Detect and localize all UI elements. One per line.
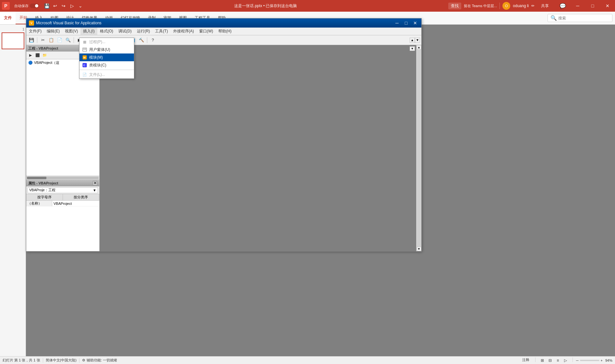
- tab-file[interactable]: 文件: [0, 12, 16, 24]
- vba-props-tab2-label: 按分类序: [74, 195, 88, 200]
- vba-menu-edit[interactable]: 编辑(E): [44, 28, 62, 35]
- zoom-out-button[interactable]: ─: [576, 358, 579, 362]
- zoom-level[interactable]: 94%: [605, 358, 612, 362]
- undo-icon[interactable]: ↩: [51, 2, 59, 10]
- vba-menu-addins[interactable]: 外接程序(A): [171, 28, 197, 35]
- slide-number-label: 1: [1, 27, 24, 31]
- search-input[interactable]: [558, 16, 609, 20]
- vba-expand-button[interactable]: ▼: [410, 46, 415, 51]
- slide-thumbnail-1[interactable]: [2, 32, 24, 49]
- find-label[interactable]: 查找: [448, 3, 461, 9]
- vba-props-tab1-label: 按字母序: [37, 195, 52, 200]
- autosave-toggle[interactable]: [30, 4, 39, 8]
- svg-rect-3: [85, 49, 86, 50]
- save-icon[interactable]: 💾: [43, 2, 51, 10]
- customize-icon[interactable]: ⌄: [77, 2, 84, 10]
- vba-tool-find[interactable]: 🔍: [64, 37, 72, 44]
- vba-props-tab-alphabetical[interactable]: 按字母序: [26, 194, 63, 200]
- ppt-comment-icon[interactable]: 💬: [555, 0, 570, 12]
- vba-titlebar: V Microsoft Visual Basic for Application…: [26, 18, 421, 28]
- vba-prop-row-name: （名称） VBAProject: [26, 201, 99, 206]
- vba-project-btn1[interactable]: ▶: [27, 53, 34, 58]
- vba-tool-toolbox[interactable]: 🔨: [138, 37, 145, 44]
- pen-icon[interactable]: ✏: [531, 4, 535, 8]
- vba-restore-button[interactable]: □: [403, 20, 410, 26]
- ppt-autosave: 自动保存: [12, 4, 42, 8]
- toolbar-sep-1: [37, 37, 37, 43]
- vba-menu-tools[interactable]: 工具(T): [152, 28, 170, 35]
- vba-menu-insert[interactable]: 插入(I): [80, 28, 97, 35]
- vba-tool-save[interactable]: 💾: [28, 37, 35, 44]
- vba-props-title: 属性 - VBAProject: [28, 181, 58, 186]
- zoom-control: ─ + 94%: [576, 358, 612, 363]
- vba-menu-view[interactable]: 视图(V): [62, 28, 80, 35]
- file-icon: 📄: [82, 72, 87, 77]
- svg-text:M: M: [83, 56, 86, 59]
- insert-menu-separator: [79, 70, 134, 70]
- vba-menu-help[interactable]: 帮助(H): [216, 28, 234, 35]
- slideshow-button[interactable]: ▷: [562, 358, 569, 363]
- user-avatar[interactable]: O: [502, 2, 510, 10]
- reading-view-button[interactable]: ≡: [554, 358, 561, 363]
- ppt-window-title: 这是一张话.pptx • 已保存到这台电脑: [86, 3, 446, 9]
- insert-menu-module[interactable]: M 模块(M): [79, 53, 134, 61]
- insert-menu-classmodule[interactable]: C 类模块(C): [79, 61, 134, 69]
- vba-close-button[interactable]: ✕: [412, 20, 419, 26]
- toolbar-scroll-down[interactable]: ▼: [415, 38, 420, 43]
- vba-props-tabs: 按字母序 按分类序: [26, 194, 99, 201]
- module-icon: M: [82, 55, 87, 60]
- vba-menu-file[interactable]: 文件(F): [26, 28, 44, 35]
- vba-props-tab-categorized[interactable]: 按分类序: [63, 194, 100, 200]
- insert-menu-file: 📄 文件(L)...: [79, 71, 134, 78]
- vba-props-dropdown[interactable]: VBAProje：工程 ▼: [28, 187, 98, 193]
- vba-tool-paste[interactable]: 📄: [56, 37, 64, 44]
- insert-menu-userform[interactable]: 用户窗体(U): [79, 46, 134, 53]
- vba-props-content: （名称） VBAProject: [26, 201, 99, 251]
- vba-project-btn3[interactable]: 📁: [42, 53, 48, 58]
- ppt-logo-icon: P: [2, 2, 10, 10]
- vba-project-btn2[interactable]: ⬛: [34, 53, 41, 58]
- procedure-icon: ▦: [82, 39, 87, 44]
- slide-sorter-button[interactable]: ⊟: [547, 358, 554, 363]
- vba-tool-cut[interactable]: ✂: [39, 37, 47, 44]
- vba-scroll-up[interactable]: ▲: [417, 45, 421, 50]
- present-icon[interactable]: ▷: [68, 2, 76, 10]
- toolbar-scroll-up[interactable]: ▲: [410, 38, 415, 43]
- userform-icon: [82, 47, 87, 52]
- vba-title: Microsoft Visual Basic for Applications: [36, 21, 392, 25]
- share-button[interactable]: 共享: [537, 2, 553, 10]
- svg-text:C: C: [83, 64, 85, 66]
- vba-project-scrollbar[interactable]: [27, 177, 99, 179]
- comments-button[interactable]: 注释: [520, 358, 532, 363]
- zoom-slider[interactable]: [580, 360, 599, 361]
- vba-props-close[interactable]: ✕: [93, 181, 97, 185]
- ppt-logo: P: [0, 0, 12, 12]
- teams-label[interactable]: 留在 Teams 中层层...: [464, 4, 497, 8]
- ppt-restore-button[interactable]: □: [585, 0, 600, 12]
- vba-project-scroll: [26, 176, 99, 180]
- vba-tool-help[interactable]: ?: [149, 37, 157, 44]
- redo-icon[interactable]: ↪: [60, 2, 67, 10]
- vba-right-scrollbar: ▲ ▼: [416, 45, 421, 251]
- vba-menu-debug[interactable]: 调试(D): [116, 28, 134, 35]
- ppt-statusbar: 幻灯片 第 1 张，共 1 张 简体中文(中国大陆) ⚙ 辅助功能: 一切就绪 …: [0, 356, 615, 364]
- ppt-minimize-button[interactable]: ─: [570, 0, 585, 12]
- vba-minimize-button[interactable]: ─: [393, 20, 401, 26]
- toolbar-sep-2: [74, 37, 74, 43]
- vba-project-name: VBAProject（这: [34, 60, 59, 65]
- zoom-in-button[interactable]: +: [601, 358, 603, 362]
- svg-rect-1: [83, 49, 85, 50]
- vba-menu-run[interactable]: 运行(R): [134, 28, 153, 35]
- normal-view-button[interactable]: ⊞: [539, 358, 546, 363]
- vba-project-scrollbar-thumb: [27, 177, 46, 179]
- vba-scroll-down[interactable]: ▼: [417, 247, 421, 251]
- slide-status: 幻灯片 第 1 张，共 1 张: [3, 358, 40, 363]
- vba-menu-format[interactable]: 格式(O): [97, 28, 116, 35]
- vba-tool-copy[interactable]: 📋: [47, 37, 55, 44]
- user-name: oduang li: [513, 4, 529, 8]
- search-box[interactable]: 🔍: [548, 14, 612, 22]
- ppt-close-button[interactable]: ✕: [600, 0, 615, 12]
- toolbar-scroll-right: ▲ ▼: [410, 38, 420, 43]
- vba-menu-window[interactable]: 窗口(W): [197, 28, 216, 35]
- insert-menu-procedure[interactable]: ▦ 过程(P)...: [79, 38, 134, 46]
